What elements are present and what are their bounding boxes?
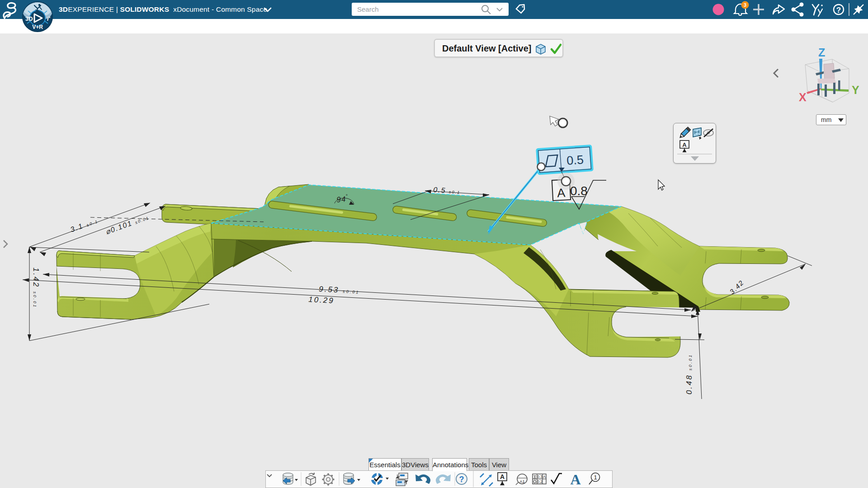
svg-text:1.42 ±0.01: 1.42 ±0.01 xyxy=(32,267,40,308)
svg-text:Z: Z xyxy=(818,46,825,59)
svg-text:0.3: 0.3 xyxy=(537,474,542,479)
svg-text:A1: A1 xyxy=(519,479,525,484)
svg-text:?: ? xyxy=(459,475,464,484)
svg-text:⌀0.101 ±0.01: ⌀0.101 ±0.01 xyxy=(104,213,150,235)
svg-text:V+R: V+R xyxy=(32,24,43,30)
svg-text:A: A xyxy=(500,473,505,480)
svg-text:Y: Y xyxy=(852,84,859,96)
svg-text:9.53 ±0.01: 9.53 ±0.01 xyxy=(319,285,360,296)
svg-text:3: 3 xyxy=(744,2,746,8)
svg-text:0.2: 0.2 xyxy=(537,479,542,484)
svg-text:A: A xyxy=(570,471,580,488)
svg-text:A: A xyxy=(682,141,687,148)
svg-text:A: A xyxy=(543,474,546,479)
svg-text:0.48 ±0.01: 0.48 ±0.01 xyxy=(685,354,693,394)
svg-text:0.8: 0.8 xyxy=(570,184,588,198)
svg-text:iʹ: iʹ xyxy=(47,15,51,22)
svg-text:3.1 ±0.1: 3.1 ±0.1 xyxy=(69,216,99,234)
svg-text:10.29: 10.29 xyxy=(308,295,335,305)
svg-text:1: 1 xyxy=(594,474,597,481)
svg-text:3D: 3D xyxy=(25,15,33,22)
svg-text:0.5: 0.5 xyxy=(566,153,584,168)
svg-text:?: ? xyxy=(836,6,841,14)
svg-text:X: X xyxy=(799,91,807,103)
